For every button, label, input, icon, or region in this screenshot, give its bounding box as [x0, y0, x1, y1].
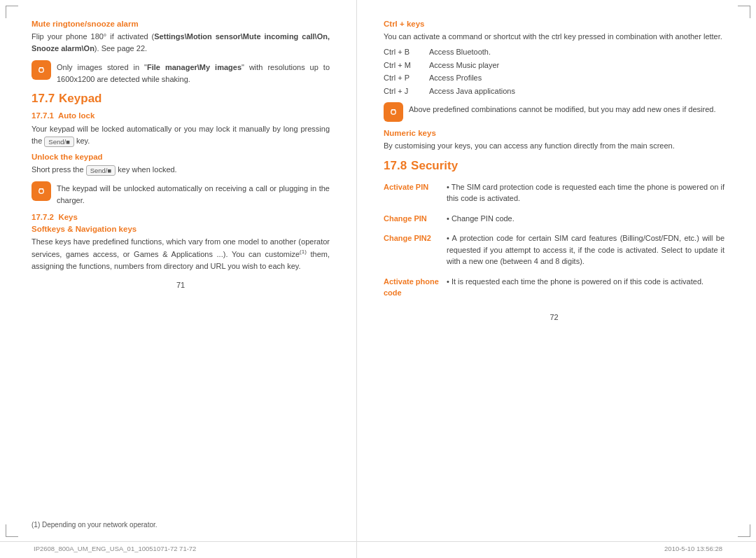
security-label-activate-pin: Activate PIN	[384, 179, 447, 210]
svg-point-1	[40, 69, 43, 72]
softkeys-body: These keys have predefined functions, wh…	[31, 236, 330, 272]
footer-left: IP2608_800A_UM_ENG_USA_01_10051071-72 71…	[34, 545, 196, 552]
svg-point-4	[40, 190, 43, 193]
ctrl-label-p: Access Profiles	[429, 71, 482, 85]
notice-box-2: The keypad will be unlocked automaticall…	[31, 181, 330, 206]
mute-section-body: Flip your phone 180° if activated (Setti…	[31, 31, 330, 55]
svg-rect-8	[391, 109, 396, 110]
ctrl-key-list: Ctrl + B Access Bluetooth. Ctrl + M Acce…	[384, 46, 724, 98]
security-row-activate-phone: Activate phone code • It is requested ea…	[384, 273, 724, 305]
left-page-number: 71	[31, 281, 330, 289]
mute-bold: Settings\Motion sensor\Mute incoming cal…	[31, 32, 330, 53]
unlock-title: Unlock the keypad	[31, 153, 330, 161]
page-container: Mute ringtone/snooze alarm Flip your pho…	[0, 0, 756, 558]
security-label-activate-phone: Activate phone code	[384, 273, 447, 305]
numeric-title: Numeric keys	[384, 129, 724, 137]
unlock-body: Short press the Send/■ key when locked.	[31, 164, 330, 176]
mute-section: Mute ringtone/snooze alarm Flip your pho…	[31, 20, 330, 55]
security-row-change-pin: Change PIN • Change PIN code.	[384, 210, 724, 230]
camera-icon	[36, 64, 47, 76]
ctrl-title: Ctrl + keys	[384, 20, 724, 28]
security-row-activate-pin: Activate PIN • The SIM card protection c…	[384, 179, 724, 210]
send-key-1: Send/■	[44, 137, 74, 147]
security-table: Activate PIN • The SIM card protection c…	[384, 179, 724, 305]
security-label-change-pin: Change PIN	[384, 210, 447, 230]
right-page: Ctrl + keys You can activate a command o…	[357, 0, 756, 558]
keys-heading: 17.7.2 Keys	[31, 213, 330, 221]
notice-icon-1	[31, 60, 51, 80]
notice-icon-3	[384, 102, 403, 122]
ctrl-row-p: Ctrl + P Access Profiles	[384, 71, 724, 85]
ctrl-label-j: Access Java applications	[429, 85, 515, 98]
numeric-body: By customising your keys, you can access…	[384, 140, 724, 152]
notice-text-2: The keypad will be unlocked automaticall…	[57, 181, 330, 206]
notice-box-3: Above predefined combinations cannot be …	[384, 102, 724, 122]
ctrl-combo-p: Ctrl + P	[384, 71, 422, 85]
footnote: (1) Depending on your network operator.	[31, 521, 158, 529]
security-value-change-pin: • Change PIN code.	[447, 210, 724, 230]
svg-point-7	[392, 110, 396, 113]
left-page: Mute ringtone/snooze alarm Flip your pho…	[0, 0, 357, 558]
notice-icon-2	[31, 181, 51, 201]
svg-rect-2	[39, 67, 43, 68]
footer-right: 2010-5-10 13:56:28	[664, 545, 722, 552]
security-label-change-pin2: Change PIN2	[384, 230, 447, 273]
security-row-change-pin2: Change PIN2 • A protection code for cert…	[384, 230, 724, 273]
security-heading: 17.8Security	[384, 159, 724, 173]
svg-rect-5	[39, 188, 43, 189]
info-icon	[36, 186, 47, 197]
ctrl-combo-m: Ctrl + M	[384, 59, 422, 72]
notice-text-3: Above predefined combinations cannot be …	[409, 102, 724, 116]
ctrl-combo-b: Ctrl + B	[384, 46, 422, 59]
ctrl-row-b: Ctrl + B Access Bluetooth.	[384, 46, 724, 59]
mute-section-title: Mute ringtone/snooze alarm	[31, 20, 330, 28]
security-value-activate-pin: • The SIM card protection code is reques…	[447, 179, 724, 210]
footer: IP2608_800A_UM_ENG_USA_01_10051071-72 71…	[0, 541, 756, 552]
ctrl-row-m: Ctrl + M Access Music player	[384, 59, 724, 72]
ctrl-row-j: Ctrl + J Access Java applications	[384, 85, 724, 98]
right-page-number: 72	[384, 313, 724, 321]
notice-text-1: Only images stored in "File manager\My i…	[57, 60, 330, 85]
send-key-2: Send/■	[86, 165, 116, 176]
security-value-activate-phone: • It is requested each time the phone is…	[447, 273, 724, 305]
ctrl-body: You can activate a command or shortcut w…	[384, 31, 724, 43]
notice-box-1: Only images stored in "File manager\My i…	[31, 60, 330, 85]
softkeys-title: Softkeys & Navigation keys	[31, 225, 330, 233]
info-icon-3	[388, 106, 399, 118]
security-value-change-pin2: • A protection code for certain SIM card…	[447, 230, 724, 273]
ctrl-label-m: Access Music player	[429, 59, 499, 72]
auto-lock-heading: 17.7.1 Auto lock	[31, 111, 330, 120]
ctrl-label-b: Access Bluetooth.	[429, 46, 491, 59]
keypad-heading: 17.7Keypad	[31, 92, 330, 106]
ctrl-combo-j: Ctrl + J	[384, 85, 422, 98]
auto-lock-body: Your keypad will be locked automatically…	[31, 123, 330, 147]
